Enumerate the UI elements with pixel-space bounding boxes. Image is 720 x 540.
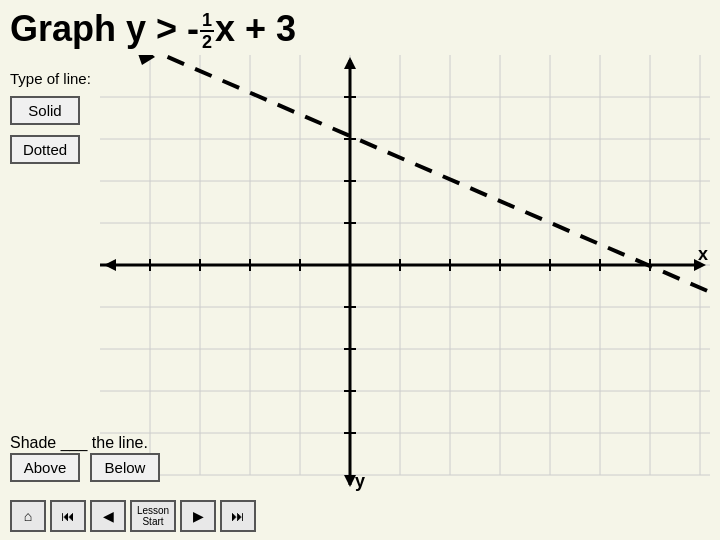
fraction-numerator: 1 <box>200 11 214 29</box>
home-icon: ⌂ <box>24 508 32 524</box>
fraction: 1 2 <box>200 11 214 51</box>
below-button[interactable]: Below <box>90 453 160 482</box>
grid-horizontal <box>100 97 710 475</box>
lesson-start-button[interactable]: Lesson Start <box>130 500 176 532</box>
next-icon: ▶ <box>193 508 204 524</box>
inequality-line <box>140 55 710 331</box>
above-button[interactable]: Above <box>10 453 80 482</box>
prev-start-icon: ⏮ <box>61 508 75 524</box>
x-axis-arrow-left <box>104 259 116 271</box>
x-label: x <box>698 244 708 264</box>
next-button[interactable]: ▶ <box>180 500 216 532</box>
lesson-start-label: Lesson Start <box>137 505 169 527</box>
prev-button[interactable]: ◀ <box>90 500 126 532</box>
y-label: y <box>355 471 365 491</box>
next-end-button[interactable]: ⏭ <box>220 500 256 532</box>
line-arrow-left <box>132 55 155 65</box>
graph-svg: x y <box>100 55 710 495</box>
nav-bar: ⌂ ⏮ ◀ Lesson Start ▶ ⏭ <box>10 500 256 532</box>
home-button[interactable]: ⌂ <box>10 500 46 532</box>
fraction-denominator: 2 <box>200 33 214 51</box>
shade-label: Shade ___ the line. <box>10 434 148 452</box>
prev-start-button[interactable]: ⏮ <box>50 500 86 532</box>
dotted-button[interactable]: Dotted <box>10 135 80 164</box>
shade-buttons: Above Below <box>10 453 160 482</box>
title-text: Graph y > - <box>10 8 199 49</box>
next-end-icon: ⏭ <box>231 508 245 524</box>
page-title: Graph y > - 1 2 x + 3 <box>10 8 296 51</box>
title-suffix: x + 3 <box>215 8 296 49</box>
prev-icon: ◀ <box>103 508 114 524</box>
y-axis-arrow-top <box>344 57 356 69</box>
graph-area: x y <box>100 55 710 495</box>
solid-button[interactable]: Solid <box>10 96 80 125</box>
